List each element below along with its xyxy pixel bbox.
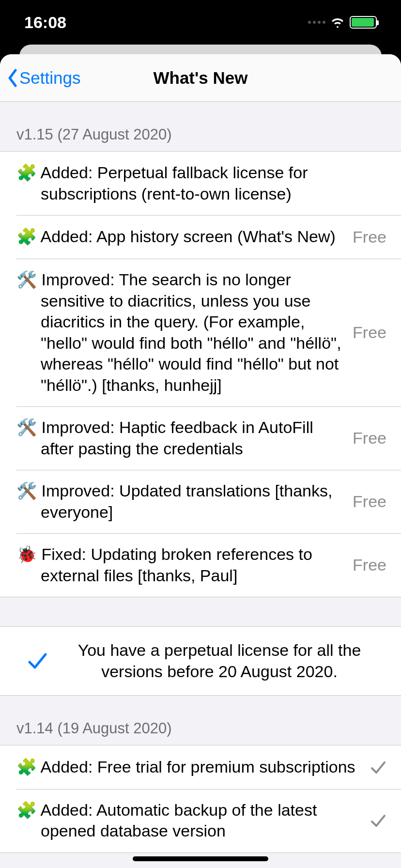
changelog-list-v115: 🧩 Added: Perpetual fallback license for … [0, 151, 401, 597]
check-icon [370, 812, 386, 829]
list-item: 🛠️ Improved: Haptic feedback in AutoFill… [0, 406, 401, 470]
status-indicators [308, 16, 377, 29]
puzzle-icon: 🧩 [16, 227, 37, 246]
bug-icon: 🐞 [16, 545, 37, 563]
free-badge: Free [353, 492, 386, 511]
section-header-v115: v1.15 (27 August 2020) [0, 102, 401, 151]
list-item-text: 🧩 Added: Automatic backup of the latest … [16, 800, 361, 842]
list-item-text: 🧩 Added: App history screen (What's New) [16, 226, 344, 248]
list-item: 🛠️ Improved: Updated translations [thank… [0, 470, 401, 533]
list-item: 🧩 Added: App history screen (What's New)… [0, 215, 401, 259]
license-text: You have a perpetual license for all the… [65, 639, 374, 682]
back-button-label: Settings [19, 68, 80, 88]
battery-icon [350, 16, 377, 29]
status-bar: 16:08 [0, 0, 401, 45]
puzzle-icon: 🧩 [16, 758, 37, 776]
license-banner: You have a perpetual license for all the… [0, 626, 401, 695]
check-icon [27, 651, 47, 671]
list-item: 🛠️ Improved: The search is no longer sen… [0, 259, 401, 406]
list-item: 🧩 Added: Perpetual fallback license for … [0, 152, 401, 215]
back-button[interactable]: Settings [7, 68, 80, 88]
list-item: 🧩 Added: Free trial for premium subscrip… [0, 745, 401, 789]
free-badge: Free [353, 429, 386, 448]
free-badge: Free [353, 228, 386, 247]
wifi-icon [330, 17, 345, 28]
puzzle-icon: 🧩 [16, 801, 37, 819]
cellular-signal-icon [308, 21, 325, 24]
free-badge: Free [353, 556, 386, 574]
home-indicator[interactable] [133, 856, 268, 861]
tools-icon: 🛠️ [16, 270, 37, 289]
nav-bar: Settings What's New [0, 54, 401, 102]
tools-icon: 🛠️ [16, 481, 37, 500]
list-item-text: 🐞 Fixed: Updating broken references to e… [16, 544, 344, 586]
free-badge: Free [353, 323, 386, 342]
puzzle-icon: 🧩 [16, 163, 37, 182]
list-item-text: 🧩 Added: Free trial for premium subscrip… [16, 757, 361, 778]
list-item-text: 🛠️ Improved: Updated translations [thank… [16, 480, 344, 523]
modal-sheet: Settings What's New v1.15 (27 August 202… [0, 54, 401, 868]
check-icon [370, 759, 386, 775]
tools-icon: 🛠️ [16, 418, 37, 436]
list-item: 🧩 Added: Automatic backup of the latest … [0, 789, 401, 852]
list-item: 🐞 Fixed: Updating broken references to e… [0, 533, 401, 597]
content-scroll[interactable]: v1.15 (27 August 2020) 🧩 Added: Perpetua… [0, 102, 401, 868]
chevron-back-icon [7, 68, 18, 88]
status-time: 16:08 [24, 13, 66, 32]
list-item-text: 🛠️ Improved: Haptic feedback in AutoFill… [16, 417, 344, 459]
list-item-text: 🧩 Added: Perpetual fallback license for … [16, 162, 386, 204]
section-header-v114: v1.14 (19 August 2020) [0, 696, 401, 745]
list-item-text: 🛠️ Improved: The search is no longer sen… [16, 269, 344, 396]
changelog-list-v114: 🧩 Added: Free trial for premium subscrip… [0, 745, 401, 853]
